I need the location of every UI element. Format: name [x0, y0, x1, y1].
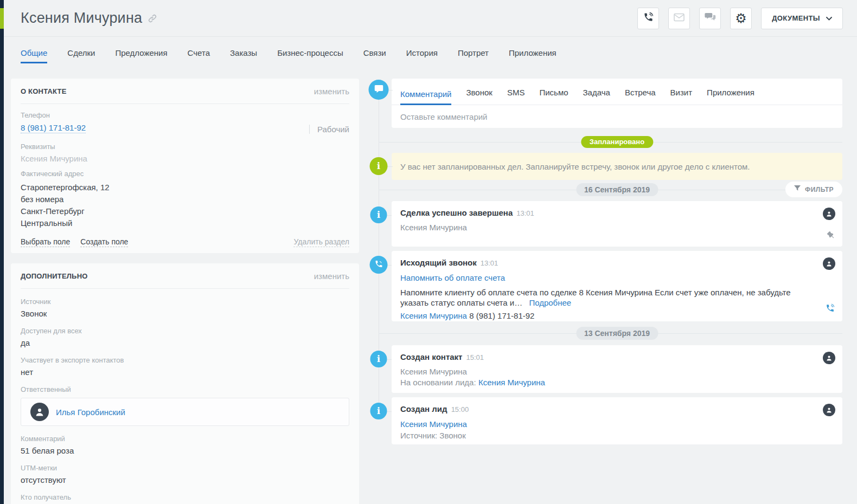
export-label: Участвует в экспорте контактов [21, 356, 349, 364]
receiver-field: Кто получатель [21, 493, 349, 501]
contact-phone: 8 (981) 171-81-92 [469, 311, 534, 320]
planned-info-marker: i [370, 157, 388, 175]
link-icon[interactable] [148, 14, 157, 23]
based-on-link[interactable]: Ксения Мичурина [478, 378, 545, 387]
page-title: Ксения Мичурина [21, 10, 142, 27]
composer-tab-letter[interactable]: Письмо [539, 88, 568, 105]
event-marker-call [370, 256, 388, 274]
documents-button[interactable]: ДОКУМЕНТЫ [761, 8, 843, 29]
composer-tab-apps[interactable]: Приложения [707, 88, 754, 105]
entity-tabs: Общие Сделки Предложения Счета Заказы Би… [4, 37, 857, 71]
responsible-label: Ответственный [21, 385, 349, 393]
header-actions: ⚙ ДОКУМЕНТЫ [637, 8, 843, 29]
pin-icon[interactable] [827, 231, 834, 241]
event-time: 13:01 [516, 209, 534, 217]
mail-icon [674, 13, 685, 24]
event-title-row: Создан лид15:00 [400, 404, 834, 414]
chat-button[interactable] [699, 8, 721, 29]
responsible-field: Ответственный Илья Горобинский [21, 385, 349, 426]
receiver-label: Кто получатель [21, 493, 349, 501]
comment-input[interactable]: Оставьте комментарий [392, 105, 842, 128]
source-label: Источник [21, 298, 349, 306]
page-header: Ксения Мичурина ⚙ ДОКУМЕНТЫ [4, 0, 857, 37]
email-button[interactable] [668, 8, 690, 29]
responsible-name-link[interactable]: Илья Горобинский [56, 408, 125, 417]
main-area: О КОНТАКТЕ изменить Телефон 8 (981) 171-… [4, 71, 857, 504]
contact-link[interactable]: Ксения Мичурина [400, 311, 467, 320]
tab-predlozheniya[interactable]: Предложения [115, 44, 167, 63]
responsible-user-box[interactable]: Илья Горобинский [21, 398, 349, 426]
address-line: Центральный [21, 217, 349, 229]
composer-tab-task[interactable]: Задача [583, 88, 610, 105]
responsible-avatar [30, 403, 49, 421]
composer-tab-visit[interactable]: Визит [670, 88, 693, 105]
composer-tab-call[interactable]: Звонок [466, 88, 492, 105]
settings-button[interactable]: ⚙ [730, 8, 752, 29]
tab-prilozheniya[interactable]: Приложения [509, 44, 557, 63]
additional-edit-link[interactable]: изменить [314, 272, 349, 281]
event-card-contact-created[interactable]: Создан контакт15:01 Ксения Мичурина На о… [392, 345, 842, 393]
event-card-outgoing-call[interactable]: Исходящий звонок13:01 Напомнить об оплат… [392, 251, 842, 321]
event-marker-info: i [370, 351, 387, 367]
event-card-lead-created[interactable]: Создан лид15:00 Ксения Мичурина Источник… [392, 397, 842, 444]
date-separator: 13 Сентября 2019 [576, 327, 658, 340]
tab-scheta[interactable]: Счета [188, 44, 210, 63]
note-composer: Комментарий Звонок SMS Письмо Задача Вст… [392, 79, 842, 128]
more-link[interactable]: Подробнее [529, 298, 571, 307]
phone-icon [643, 12, 654, 24]
filter-button[interactable]: ФИЛЬТР [785, 182, 842, 197]
event-title: Создан лид [400, 404, 447, 413]
date-separator-row: 16 Сентября 2019 ФИЛЬТР [392, 183, 842, 196]
tab-biznes-processy[interactable]: Бизнес-процессы [277, 44, 343, 63]
event-title: Сделка успешно завершена [400, 208, 513, 217]
address-line: Старопетергофская, 12 [21, 182, 349, 193]
tab-obshchie[interactable]: Общие [21, 44, 47, 63]
tab-zakazy[interactable]: Заказы [230, 44, 257, 63]
phone-type-label[interactable]: Рабочий [309, 125, 349, 134]
delete-section-link[interactable]: Удалить раздел [293, 237, 349, 247]
about-card-title: О КОНТАКТЕ [21, 87, 67, 95]
call-button[interactable] [637, 8, 659, 29]
comment-marker [369, 80, 389, 100]
additional-card: ДОПОЛНИТЕЛЬНО изменить Источник Звонок Д… [11, 263, 359, 504]
event-card-deal-closed[interactable]: Сделка успешно завершена13:01 Ксения Мич… [392, 201, 842, 247]
available-value: да [21, 338, 349, 347]
event-avatar [823, 404, 835, 416]
about-card-footer: Выбрать поле Создать поле Удалить раздел [21, 237, 349, 247]
utm-field: UTM-метки отсутствуют [21, 464, 349, 484]
comment-label: Комментарий [21, 435, 349, 443]
tab-istoriya[interactable]: История [406, 44, 438, 63]
export-field: Участвует в экспорте контактов нет [21, 356, 349, 377]
about-contact-card: О КОНТАКТЕ изменить Телефон 8 (981) 171-… [11, 79, 359, 253]
phone-label: Телефон [21, 111, 349, 119]
export-value: нет [21, 367, 349, 377]
task-link[interactable]: Напомнить об оплате счета [400, 273, 505, 282]
call-back-icon[interactable] [826, 303, 835, 315]
event-avatar [823, 257, 835, 270]
create-field-link[interactable]: Создать поле [80, 237, 128, 247]
tab-svyazi[interactable]: Связи [363, 44, 386, 63]
composer-tab-comment[interactable]: Комментарий [400, 89, 451, 105]
date-separator-row: 13 Сентября 2019 [392, 327, 842, 340]
date-separator: 16 Сентября 2019 [576, 183, 658, 196]
address-value: Старопетергофская, 12 без номера Санкт-П… [21, 182, 349, 229]
phone-field: Телефон 8 (981) 171-81-92 Рабочий [21, 111, 349, 133]
address-label: Фактический адрес [21, 170, 349, 178]
contact-link[interactable]: Ксения Мичурина [400, 419, 467, 429]
event-time: 13:01 [481, 259, 498, 267]
event-title-row: Сделка успешно завершена13:01 [400, 208, 834, 218]
left-nav-rail[interactable] [0, 0, 4, 504]
planned-section-row: Запланировано [392, 136, 842, 148]
phone-value-link[interactable]: 8 (981) 171-81-92 [21, 123, 86, 133]
additional-card-title: ДОПОЛНИТЕЛЬНО [21, 272, 88, 280]
choose-field-link[interactable]: Выбрать поле [21, 237, 70, 247]
tab-sdelki[interactable]: Сделки [67, 44, 95, 63]
composer-tab-sms[interactable]: SMS [507, 88, 525, 105]
event-contact-row: Ксения Мичурина 8 (981) 171-81-92 [400, 311, 834, 321]
info-icon: i [377, 210, 380, 219]
tab-portret[interactable]: Портрет [458, 44, 489, 63]
about-edit-link[interactable]: изменить [314, 87, 349, 96]
composer-tab-meeting[interactable]: Встреча [625, 88, 656, 105]
event-time: 15:01 [466, 353, 484, 361]
event-time: 15:00 [451, 405, 469, 413]
